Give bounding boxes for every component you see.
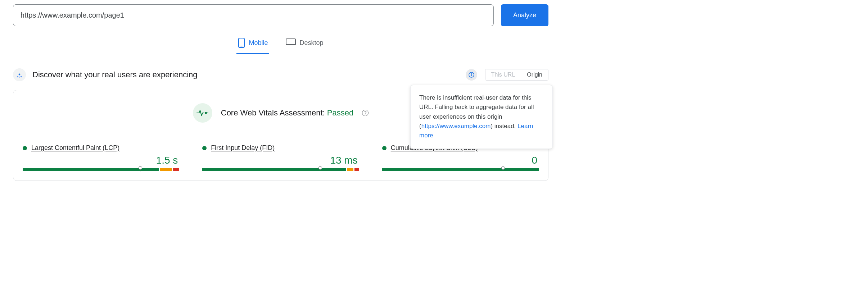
svg-rect-3 (286, 44, 296, 45)
url-input[interactable] (13, 4, 494, 26)
metric-fid-bar (202, 168, 359, 172)
tab-mobile[interactable]: Mobile (236, 35, 269, 54)
tab-mobile-label: Mobile (249, 39, 268, 47)
svg-rect-12 (207, 113, 208, 113)
svg-point-11 (205, 112, 207, 114)
discover-row: Discover what your real users are experi… (13, 68, 548, 81)
help-icon[interactable]: ? (362, 110, 369, 116)
discover-title: Discover what your real users are experi… (32, 70, 459, 79)
metric-cls-value: 0 (382, 155, 539, 166)
svg-rect-2 (286, 39, 295, 45)
metric-lcp-value: 1.5 s (23, 155, 179, 166)
metric-fid: First Input Delay (FID) 13 ms (202, 144, 359, 172)
tab-desktop[interactable]: Desktop (284, 35, 325, 54)
assessment-label: Core Web Vitals Assessment: (221, 108, 327, 117)
metric-cls-bar (382, 168, 539, 172)
metric-fid-name[interactable]: First Input Delay (FID) (211, 144, 275, 152)
svg-point-5 (19, 74, 21, 76)
tab-desktop-label: Desktop (299, 39, 323, 47)
search-row: Analyze (13, 4, 548, 26)
tooltip-origin-link[interactable]: https://www.example.com (421, 123, 491, 129)
insufficient-data-tooltip: There is insufficient real-user data for… (410, 85, 553, 149)
svg-rect-1 (240, 46, 243, 46)
assessment-text: Core Web Vitals Assessment: Passed (221, 108, 353, 118)
analyze-button[interactable]: Analyze (501, 4, 548, 26)
svg-rect-9 (471, 74, 472, 77)
svg-point-7 (19, 77, 20, 78)
metric-lcp: Largest Contentful Paint (LCP) 1.5 s (23, 144, 179, 172)
status-dot-icon (202, 146, 207, 150)
assessment-status: Passed (327, 108, 353, 117)
status-dot-icon (23, 146, 27, 150)
pulse-icon (193, 103, 212, 123)
scope-origin-button[interactable]: Origin (521, 69, 548, 80)
scope-this-url-button[interactable]: This URL (485, 69, 521, 80)
svg-point-6 (21, 76, 22, 77)
svg-rect-10 (471, 73, 472, 74)
desktop-icon (286, 38, 296, 48)
metric-lcp-name[interactable]: Largest Contentful Paint (LCP) (31, 144, 119, 152)
info-icon[interactable] (466, 69, 477, 81)
status-dot-icon (382, 146, 386, 150)
metric-lcp-bar (23, 168, 179, 172)
tooltip-text-after: ) instead. (490, 123, 517, 129)
svg-point-4 (17, 76, 18, 77)
device-tabs: Mobile Desktop (13, 35, 548, 54)
scope-toggle: This URL Origin (485, 69, 548, 81)
mobile-icon (238, 38, 245, 48)
metric-fid-value: 13 ms (202, 155, 359, 166)
field-data-icon (13, 68, 26, 81)
